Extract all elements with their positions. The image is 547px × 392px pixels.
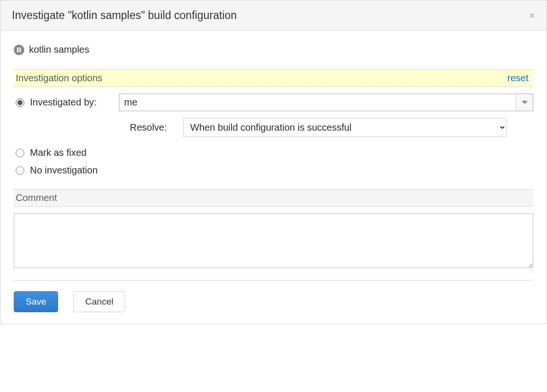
dialog-header: Investigate "kotlin samples" build confi… xyxy=(0,0,547,31)
comment-section: Comment xyxy=(14,189,533,270)
option-mark-fixed-row: Mark as fixed xyxy=(14,147,533,158)
investigation-options-title: Investigation options xyxy=(16,73,102,84)
comment-textarea[interactable] xyxy=(14,213,533,268)
resolve-row: Resolve: When build configuration is suc… xyxy=(14,118,533,137)
close-icon[interactable]: × xyxy=(529,10,535,21)
radio-no-investigation[interactable] xyxy=(16,166,24,175)
investigated-by-input[interactable] xyxy=(119,94,516,111)
radio-investigated-by[interactable] xyxy=(16,98,24,107)
svg-rect-0 xyxy=(17,48,19,52)
dialog-body: kotlin samples Investigation options res… xyxy=(0,31,547,324)
comment-title: Comment xyxy=(16,192,57,203)
radio-mark-fixed[interactable] xyxy=(16,149,24,157)
dialog-title: Investigate "kotlin samples" build confi… xyxy=(12,9,237,22)
resolve-label: Resolve: xyxy=(130,122,177,133)
reset-link[interactable]: reset xyxy=(508,73,528,84)
no-investigation-label: No investigation xyxy=(30,165,98,176)
build-config-row: kotlin samples xyxy=(14,44,533,55)
svg-rect-1 xyxy=(20,48,21,52)
dialog-footer: Save Cancel xyxy=(14,280,533,312)
investigate-dialog: Investigate "kotlin samples" build confi… xyxy=(0,0,547,324)
chevron-down-icon[interactable] xyxy=(516,94,533,111)
option-no-investigation-row: No investigation xyxy=(14,165,533,176)
option-investigated-by-row: Investigated by: xyxy=(14,94,533,111)
investigated-by-label: Investigated by: xyxy=(30,97,113,108)
investigation-options-header: Investigation options reset xyxy=(14,69,533,87)
mark-as-fixed-label: Mark as fixed xyxy=(30,147,87,158)
comment-header: Comment xyxy=(14,189,533,207)
build-config-name: kotlin samples xyxy=(29,44,89,55)
resolve-select[interactable]: When build configuration is successful xyxy=(183,118,507,137)
save-button[interactable]: Save xyxy=(14,291,58,312)
svg-marker-2 xyxy=(522,101,527,104)
cancel-button[interactable]: Cancel xyxy=(73,291,125,312)
pause-icon xyxy=(14,45,24,55)
investigated-by-combo[interactable] xyxy=(119,94,533,111)
